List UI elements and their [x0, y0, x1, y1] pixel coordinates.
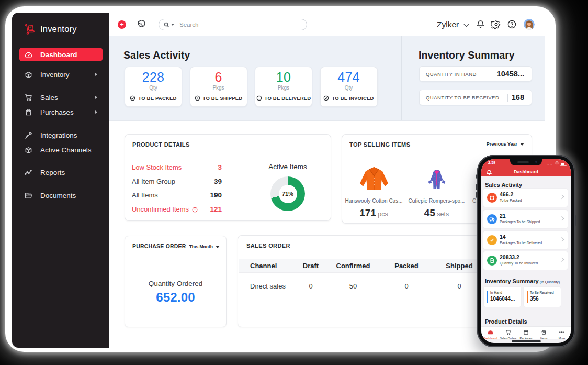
phone-inventory-summary-title: Inventory Summary (In Quantity) — [485, 278, 560, 284]
column-header-channel: Channel — [239, 262, 290, 270]
all-item-group-row[interactable]: All Item Group 39 — [132, 177, 222, 185]
wifi-icon — [555, 161, 559, 165]
chevron-right-icon — [560, 258, 564, 262]
product-quantity: 171 pcs — [343, 207, 405, 219]
phone-card-value: 21 — [500, 213, 506, 219]
summary-label: QUANTITY TO BE RECEIVED — [426, 95, 499, 101]
phone-tab-more[interactable]: More — [553, 327, 571, 339]
sidebar-item-integrations[interactable]: Integrations — [19, 128, 103, 142]
phone-home-indicator — [512, 340, 541, 342]
sidebar-item-active-channels[interactable]: Active Channels — [19, 142, 103, 157]
phone-bell-icon[interactable] — [487, 168, 492, 174]
phone-in-hand-box[interactable]: In Hand 1046044... — [484, 287, 521, 307]
period-dropdown[interactable]: This Month — [189, 244, 220, 249]
search-scope-caret-icon[interactable] — [171, 24, 174, 26]
phone-card-to-be-invoiced[interactable]: 20833.2 Quantity To be Invoiced — [483, 251, 568, 270]
card-label: TO BE DELIVERED — [255, 95, 312, 101]
cell-shipped: 0 — [438, 282, 480, 290]
phone-notch — [510, 159, 542, 165]
column-header-confirmed: Confirmed — [332, 262, 375, 270]
chevron-right-icon — [560, 216, 564, 220]
card-label: TO BE INVOICED — [321, 95, 377, 101]
card-value: 228 — [125, 70, 182, 85]
product-image-romper — [405, 164, 468, 195]
low-stock-items-row[interactable]: Low Stock Items 3 — [132, 163, 222, 171]
sidebar-item-label: Sales — [40, 94, 58, 102]
check-circle-icon — [487, 235, 497, 245]
sales-activity-card-to-be-shipped[interactable]: 6 Pkgs TO BE SHIPPED — [190, 67, 247, 107]
circle-dot-icon — [195, 95, 200, 101]
topbar: + Zylker — [109, 13, 545, 36]
phone-screen: 2:59 ···· Dashboard — [481, 159, 571, 343]
settings-button[interactable] — [491, 19, 501, 29]
bell-icon — [476, 19, 485, 29]
notifications-button[interactable] — [476, 19, 485, 29]
sidebar-item-sales[interactable]: Sales — [19, 90, 103, 105]
search-input[interactable] — [178, 21, 285, 28]
battery-icon — [560, 162, 567, 166]
summary-label: QUANTITY IN HAND — [426, 71, 477, 77]
sidebar-item-dashboard[interactable]: Dashboard — [19, 48, 103, 61]
quantity-ordered-label: Quantity Ordered — [125, 280, 226, 287]
card-value: 6 — [190, 70, 247, 85]
sales-order-heading: SALES ORDER — [246, 242, 290, 249]
avatar-image — [524, 19, 535, 30]
summary-value: 168 — [507, 93, 524, 102]
sidebar-item-reports[interactable]: Reports — [19, 165, 103, 180]
invoice-icon — [487, 256, 497, 266]
unconfirmed-items-row[interactable]: Unconfirmed Items 121 — [132, 205, 222, 213]
card-value: 474 — [321, 70, 377, 85]
period-dropdown[interactable]: Previous Year — [487, 141, 524, 147]
phone-card-value: 466.2 — [500, 191, 513, 197]
sidebar-item-documents[interactable]: Documents — [19, 188, 103, 203]
app-root: Inventory Dashboard Inventory — [12, 13, 545, 348]
phone-volume-down-button — [476, 192, 478, 198]
sidebar-item-label: Purchases — [40, 108, 74, 116]
org-switcher[interactable]: Zylker — [437, 19, 468, 30]
top-selling-item[interactable]: Hanswooly Cotton Cas... 171 pcs — [343, 157, 405, 223]
sales-activity-card-to-be-invoiced[interactable]: 474 Qty TO BE INVOICED — [320, 67, 378, 107]
product-image-cardigan — [343, 164, 405, 195]
recent-history-button[interactable] — [136, 19, 146, 29]
phone-tab-items[interactable]: Items — [535, 327, 553, 339]
quantity-in-hand-box[interactable]: QUANTITY IN HAND 10458... — [419, 66, 532, 82]
org-name: Zylker — [437, 20, 459, 29]
chevron-right-icon — [560, 195, 564, 199]
sidebar-item-purchases[interactable]: Purchases — [19, 105, 103, 119]
phone-card-to-be-packed[interactable]: 466.2 To be Packed — [483, 189, 568, 207]
basket-icon — [487, 193, 497, 203]
user-avatar[interactable] — [524, 19, 535, 30]
phone-summary-value: 1046044... — [490, 296, 515, 302]
sidebar-item-label: Dashboard — [40, 51, 77, 59]
help-button[interactable] — [507, 19, 517, 29]
card-label: TO BE PACKED — [125, 95, 182, 101]
all-items-row[interactable]: All Items 190 — [132, 191, 222, 199]
phone-tab-dashboard[interactable]: Dashboard — [481, 327, 499, 339]
band-divider — [401, 36, 402, 120]
cell-confirmed: 50 — [332, 282, 375, 290]
quick-create-button[interactable]: + — [118, 20, 126, 29]
sales-activity-card-to-be-delivered[interactable]: 10 Pkgs TO BE DELIVERED — [255, 67, 312, 107]
card-unit: Qty — [125, 85, 182, 91]
product-name: Hanswooly Cotton Cas... — [344, 198, 404, 204]
top-selling-item[interactable]: Cutiepie Rompers-spo... 45 sets — [405, 157, 468, 223]
card-unit: Qty — [321, 85, 377, 91]
product-details-card: PRODUCT DETAILS Low Stock Items 3 All It… — [125, 134, 331, 221]
global-search[interactable] — [159, 19, 307, 30]
phone-nav-bar: Dashboard — [481, 167, 571, 176]
sales-activity-card-to-be-packed[interactable]: 228 Qty TO BE PACKED — [125, 67, 182, 107]
phone-card-to-be-delivered[interactable]: 14 Packages To be Delivered — [483, 231, 568, 249]
quantity-to-be-received-box[interactable]: QUANTITY TO BE RECEIVED 168 — [419, 90, 532, 105]
chevron-right-icon — [95, 96, 97, 99]
product-quantity: 45 sets — [405, 207, 468, 219]
sidebar-item-label: Documents — [40, 192, 76, 200]
circle-check-icon — [130, 95, 135, 101]
phone-to-be-received-box[interactable]: To Be Received 356 — [524, 287, 561, 307]
phone-card-to-be-shipped[interactable]: 21 Packages To be Shipped — [483, 210, 568, 228]
phone-tab-packages[interactable]: Packages — [517, 327, 535, 339]
donut-percent-label: 71% — [279, 185, 297, 203]
sidebar-item-inventory[interactable]: Inventory — [19, 67, 103, 82]
truck-icon — [487, 214, 497, 224]
phone-tab-sales-orders[interactable]: Sales Orders — [499, 327, 517, 339]
active-channels-icon — [24, 146, 32, 154]
